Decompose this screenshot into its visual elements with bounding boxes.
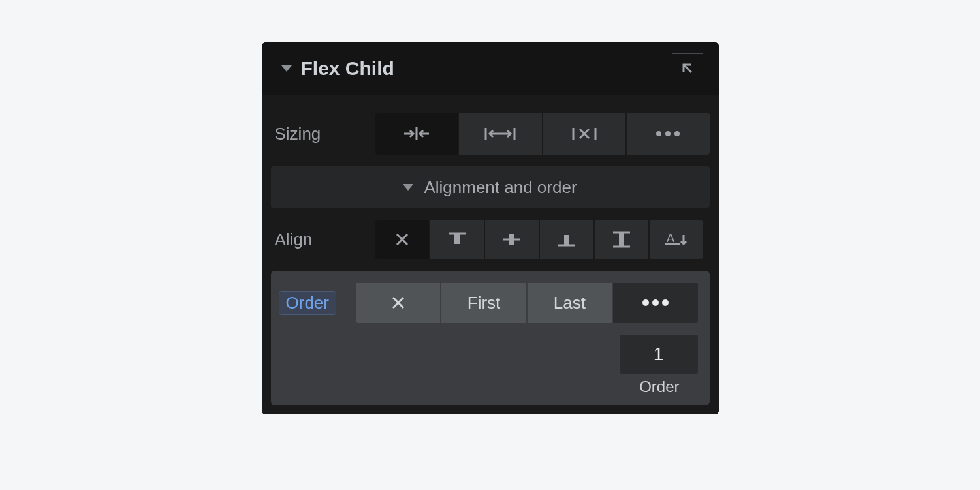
svg-rect-3 — [454, 234, 460, 244]
align-auto-button[interactable] — [375, 220, 429, 259]
grow-icon — [482, 124, 518, 144]
sizing-label: Sizing — [271, 124, 369, 144]
sizing-options — [375, 113, 710, 155]
order-default-button[interactable] — [356, 283, 440, 323]
order-first-button[interactable]: First — [441, 283, 526, 323]
shrink-icon — [400, 124, 433, 144]
svg-point-10 — [662, 299, 669, 306]
order-block: Order First Last Or — [271, 271, 710, 405]
panel-title: Flex Child — [301, 57, 663, 80]
order-label[interactable]: Order — [279, 291, 336, 315]
select-parent-button[interactable] — [672, 53, 703, 84]
chevron-down-icon — [403, 184, 413, 191]
order-caption-row: Order — [279, 378, 698, 396]
sizing-more-button[interactable] — [627, 113, 710, 155]
collapse-icon — [281, 65, 292, 72]
svg-point-9 — [652, 299, 659, 306]
svg-rect-6 — [619, 232, 624, 247]
align-start-button[interactable] — [430, 220, 484, 259]
order-value-input[interactable] — [620, 335, 698, 374]
sizing-dont-shrink-button[interactable] — [543, 113, 626, 155]
align-end-button[interactable] — [540, 220, 593, 259]
order-row: Order First Last — [279, 283, 698, 323]
align-end-icon — [556, 230, 578, 249]
order-value-caption: Order — [639, 378, 679, 396]
svg-text:A: A — [667, 232, 674, 245]
align-row: Align A — [271, 220, 710, 259]
alignment-order-label: Alignment and order — [424, 177, 577, 198]
svg-point-0 — [656, 131, 661, 136]
panel-body: Sizing — [262, 95, 719, 414]
align-label: Align — [271, 230, 369, 250]
more-icon — [654, 129, 682, 138]
svg-rect-5 — [564, 235, 569, 245]
align-baseline-icon: A — [663, 230, 689, 249]
svg-rect-4 — [509, 234, 514, 245]
align-center-button[interactable] — [485, 220, 539, 259]
sizing-grow-button[interactable] — [459, 113, 542, 155]
more-icon — [639, 298, 672, 307]
order-last-button[interactable]: Last — [528, 283, 612, 323]
align-stretch-button[interactable] — [595, 220, 648, 259]
align-center-icon — [501, 230, 523, 249]
dont-shrink-icon — [568, 124, 601, 144]
alignment-order-expander[interactable]: Alignment and order — [271, 166, 710, 208]
align-options: A — [375, 220, 710, 259]
align-start-icon — [446, 230, 468, 249]
flex-child-panel: Flex Child Sizing — [262, 42, 719, 414]
svg-point-2 — [674, 131, 680, 136]
arrow-up-left-icon — [678, 59, 697, 78]
align-baseline-button[interactable]: A — [650, 220, 703, 259]
svg-point-8 — [642, 299, 649, 306]
sizing-shrink-button[interactable] — [375, 113, 458, 155]
order-options: First Last — [356, 283, 698, 323]
close-icon — [393, 230, 411, 249]
sizing-row: Sizing — [271, 113, 710, 155]
align-stretch-icon — [610, 229, 633, 250]
panel-header[interactable]: Flex Child — [262, 42, 719, 95]
close-icon — [388, 293, 408, 313]
svg-point-1 — [665, 131, 671, 136]
order-value-row — [279, 335, 698, 374]
order-custom-button[interactable] — [613, 283, 697, 323]
